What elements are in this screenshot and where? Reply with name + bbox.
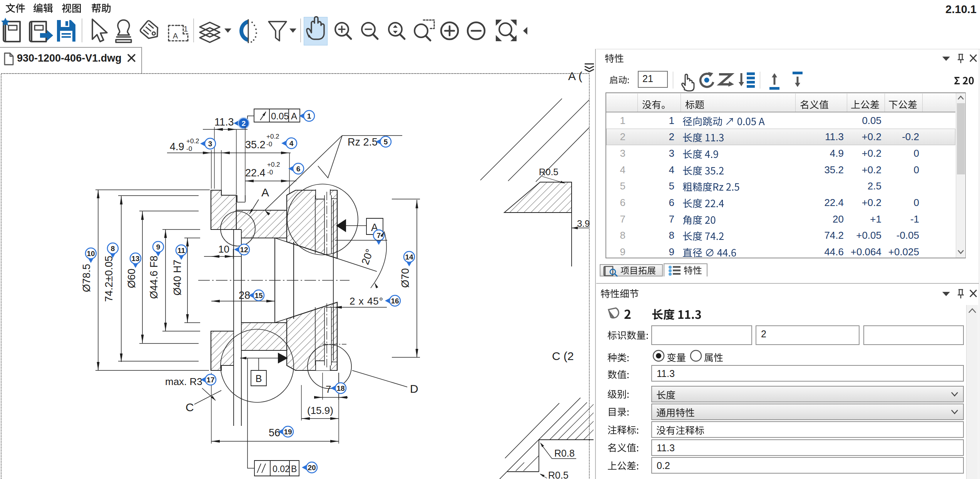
svg-text:4.9: 4.9 xyxy=(170,141,184,152)
svg-text:12: 12 xyxy=(240,246,248,254)
svg-text:+0.2: +0.2 xyxy=(186,137,199,145)
svg-text:C (2: C (2 xyxy=(552,350,574,362)
svg-text:+0.2: +0.2 xyxy=(266,133,279,140)
svg-text:35.2: 35.2 xyxy=(245,139,266,151)
svg-text:D: D xyxy=(410,382,418,395)
svg-text:0.02: 0.02 xyxy=(273,464,290,474)
svg-text:16: 16 xyxy=(391,297,399,305)
svg-text:1: 1 xyxy=(307,112,311,120)
svg-text:R0.5: R0.5 xyxy=(548,470,569,479)
svg-text:17: 17 xyxy=(206,376,214,384)
svg-text:13: 13 xyxy=(131,255,139,263)
svg-text:Ø70: Ø70 xyxy=(400,268,411,288)
svg-text:B: B xyxy=(291,464,297,474)
svg-text:5: 5 xyxy=(384,138,388,146)
svg-text:22.4: 22.4 xyxy=(245,167,266,179)
svg-text:14: 14 xyxy=(405,253,413,261)
svg-text:1: 1 xyxy=(184,25,188,33)
svg-text:19: 19 xyxy=(284,428,292,436)
svg-text:6: 6 xyxy=(296,165,301,173)
svg-text:8: 8 xyxy=(111,245,115,253)
svg-text:A: A xyxy=(291,111,297,121)
svg-text:0.05: 0.05 xyxy=(271,111,289,121)
svg-text:74.2±0.05: 74.2±0.05 xyxy=(103,256,115,302)
svg-text:R0.8: R0.8 xyxy=(554,448,575,459)
svg-text:11.3: 11.3 xyxy=(214,116,234,128)
svg-text:15: 15 xyxy=(254,291,263,300)
svg-text:Rz 2.5: Rz 2.5 xyxy=(348,136,378,148)
svg-text:18: 18 xyxy=(336,384,345,392)
svg-text:R0.5: R0.5 xyxy=(539,167,559,177)
svg-text:A: A xyxy=(371,222,378,233)
svg-text:20: 20 xyxy=(308,464,316,472)
svg-text:3.9: 3.9 xyxy=(577,218,590,229)
svg-text:3: 3 xyxy=(208,140,212,148)
svg-text:A: A xyxy=(261,186,269,199)
svg-text:7: 7 xyxy=(377,231,381,240)
svg-text:-0: -0 xyxy=(266,141,272,148)
svg-text:2 x 45°: 2 x 45° xyxy=(350,295,383,307)
svg-text:56: 56 xyxy=(269,427,280,439)
svg-text:A: A xyxy=(173,32,178,40)
svg-text:2: 2 xyxy=(242,119,246,127)
svg-text:9: 9 xyxy=(156,243,161,251)
svg-text:-0: -0 xyxy=(186,145,192,152)
svg-text:7: 7 xyxy=(326,384,331,395)
svg-text:Ø40 H7: Ø40 H7 xyxy=(172,260,183,295)
svg-text:+0.2: +0.2 xyxy=(267,161,280,168)
svg-text:-0: -0 xyxy=(267,169,273,176)
svg-text:max. R3: max. R3 xyxy=(165,376,202,387)
svg-text:Ø60: Ø60 xyxy=(126,268,137,288)
svg-text:C: C xyxy=(186,401,194,414)
svg-text:Ø44.6 F8: Ø44.6 F8 xyxy=(148,256,160,299)
svg-text:4: 4 xyxy=(289,139,294,147)
svg-text:A (: A ( xyxy=(568,70,582,82)
svg-text:20°: 20° xyxy=(359,248,375,266)
svg-text:B: B xyxy=(256,373,262,384)
svg-text:(15.9): (15.9) xyxy=(307,405,333,416)
svg-text:10: 10 xyxy=(218,243,229,255)
svg-text:11: 11 xyxy=(177,246,186,255)
svg-text:Ø78.5: Ø78.5 xyxy=(81,264,92,292)
svg-text:10: 10 xyxy=(87,250,95,258)
svg-text:28: 28 xyxy=(239,290,250,301)
